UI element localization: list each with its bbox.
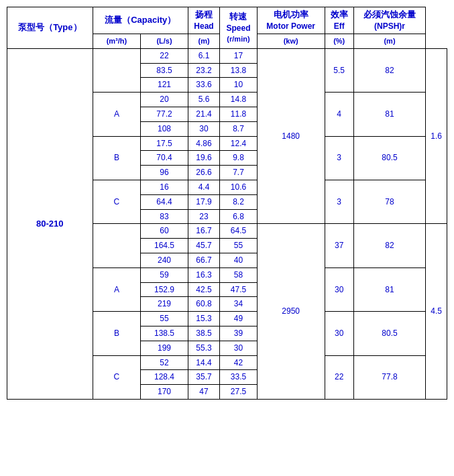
capacity-ls: 17.9 [188, 194, 219, 209]
capacity-m3h: 16 [141, 180, 188, 194]
capacity-m3h: 70.4 [141, 151, 188, 166]
motor-power: 37 [325, 224, 353, 267]
capacity-ls: 26.6 [188, 166, 219, 180]
capacity-ls: 14.4 [188, 355, 219, 370]
capacity-m3h: 128.4 [141, 370, 188, 385]
capacity-m3h: 152.9 [141, 282, 188, 297]
head-value: 49 [220, 312, 258, 326]
capacity-ls: 5.6 [188, 93, 219, 107]
pump-type-cell: 80-210 [7, 48, 93, 399]
motor-power: 30 [325, 267, 353, 311]
capacity-m3h: 83 [141, 209, 188, 224]
capacity-ls: 4.86 [188, 136, 219, 151]
header-motor-power: 电机功率 Motor Power [257, 7, 325, 34]
efficiency: 77.8 [353, 355, 425, 399]
head-value: 17 [220, 48, 258, 63]
capacity-m3h: 108 [141, 121, 188, 136]
header-eff-unit: (%) [325, 34, 353, 48]
header-eff: 效率 Eff [325, 7, 353, 34]
capacity-ls: 47 [188, 385, 219, 400]
head-value: 8.7 [220, 121, 258, 136]
head-value: 42 [220, 355, 258, 370]
head-value: 12.4 [220, 136, 258, 151]
capacity-ls: 4.4 [188, 180, 219, 194]
sub-type-cell: C [93, 180, 141, 223]
head-value: 64.5 [220, 224, 258, 239]
capacity-m3h: 240 [141, 253, 188, 267]
motor-power: 30 [325, 312, 353, 355]
capacity-ls: 23 [188, 209, 219, 224]
header-ls: (L/s) [141, 34, 188, 48]
capacity-m3h: 219 [141, 297, 188, 312]
motor-power: 5.5 [325, 48, 353, 92]
head-value: 9.8 [220, 151, 258, 166]
header-npsh: 必须汽蚀余量 (NPSH)r [353, 7, 425, 34]
head-value: 8.2 [220, 194, 258, 209]
sub-type-cell: A [93, 93, 141, 136]
capacity-ls: 60.8 [188, 297, 219, 312]
sub-type-cell [93, 224, 141, 267]
efficiency: 81 [353, 267, 425, 311]
capacity-ls: 16.3 [188, 267, 219, 282]
capacity-m3h: 138.5 [141, 326, 188, 341]
capacity-m3h: 64.4 [141, 194, 188, 209]
sub-type-cell: A [93, 267, 141, 311]
capacity-ls: 19.6 [188, 151, 219, 166]
head-value: 7.7 [220, 166, 258, 180]
motor-power: 4 [325, 93, 353, 136]
header-speed: 转速 Speed (r/min) [220, 7, 258, 49]
capacity-ls: 30 [188, 121, 219, 136]
capacity-ls: 42.5 [188, 282, 219, 297]
sub-type-cell: C [93, 355, 141, 399]
capacity-m3h: 22 [141, 48, 188, 63]
efficiency: 82 [353, 224, 425, 267]
capacity-m3h: 52 [141, 355, 188, 370]
head-value: 34 [220, 297, 258, 312]
efficiency: 80.5 [353, 312, 425, 355]
capacity-m3h: 170 [141, 385, 188, 400]
header-npsh-unit: (m) [353, 34, 425, 48]
efficiency: 78 [353, 180, 425, 223]
header-m3h: (m³/h) [93, 34, 141, 48]
npsh-1480: 1.6 [426, 48, 447, 224]
capacity-ls: 21.4 [188, 107, 219, 121]
capacity-m3h: 121 [141, 78, 188, 93]
capacity-ls: 15.3 [188, 312, 219, 326]
head-value: 33.5 [220, 370, 258, 385]
capacity-m3h: 17.5 [141, 136, 188, 151]
head-value: 13.8 [220, 63, 258, 78]
header-head-unit: (m) [188, 34, 219, 48]
header-pump-type: 泵型号（Type） [7, 7, 93, 49]
head-value: 58 [220, 267, 258, 282]
speed-1480: 1480 [257, 48, 325, 224]
head-value: 55 [220, 239, 258, 253]
capacity-ls: 23.2 [188, 63, 219, 78]
head-value: 11.8 [220, 107, 258, 121]
head-value: 10 [220, 78, 258, 93]
capacity-m3h: 60 [141, 224, 188, 239]
head-value: 14.8 [220, 93, 258, 107]
motor-power: 22 [325, 355, 353, 399]
motor-power: 3 [325, 180, 353, 223]
capacity-m3h: 77.2 [141, 107, 188, 121]
pump-table: 泵型号（Type） 流量（Capacity） 扬程 Head 转速 Speed … [7, 7, 447, 400]
head-value: 10.6 [220, 180, 258, 194]
capacity-m3h: 164.5 [141, 239, 188, 253]
efficiency: 82 [353, 48, 425, 92]
head-value: 6.8 [220, 209, 258, 224]
head-value: 27.5 [220, 385, 258, 400]
capacity-m3h: 20 [141, 93, 188, 107]
capacity-m3h: 199 [141, 341, 188, 355]
sub-type-cell: B [93, 136, 141, 180]
capacity-ls: 35.7 [188, 370, 219, 385]
sub-type-cell [93, 48, 141, 92]
head-value: 30 [220, 341, 258, 355]
capacity-ls: 38.5 [188, 326, 219, 341]
capacity-m3h: 96 [141, 166, 188, 180]
capacity-m3h: 59 [141, 267, 188, 282]
head-value: 47.5 [220, 282, 258, 297]
head-value: 39 [220, 326, 258, 341]
head-value: 40 [220, 253, 258, 267]
speed-2950: 2950 [257, 224, 325, 400]
capacity-ls: 55.3 [188, 341, 219, 355]
